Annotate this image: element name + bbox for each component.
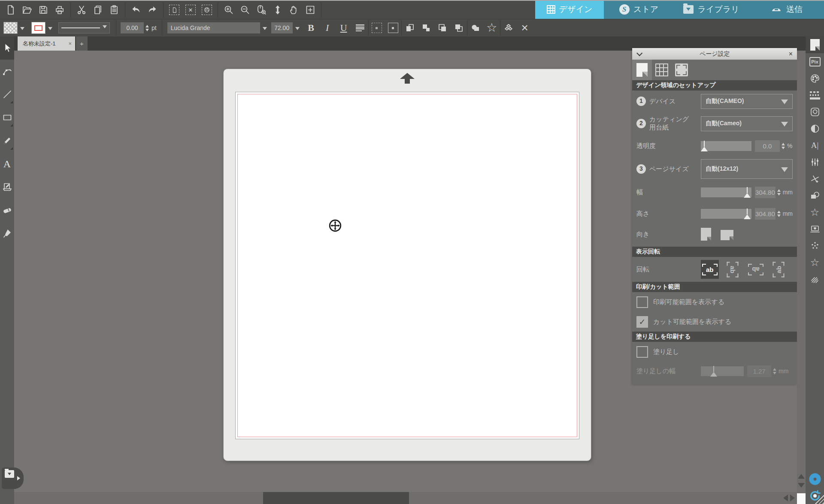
- vertical-scrollbar[interactable]: [797, 51, 806, 493]
- deselect-icon[interactable]: ✕: [182, 2, 199, 18]
- horizontal-scrollbar[interactable]: [14, 492, 781, 504]
- zoom-slider-icon[interactable]: [270, 2, 286, 18]
- landscape-orientation-icon[interactable]: [721, 230, 733, 240]
- select-all-icon[interactable]: [166, 2, 182, 18]
- undo-icon[interactable]: [128, 2, 144, 18]
- opacity-stepper[interactable]: [782, 141, 785, 151]
- open-file-icon[interactable]: [19, 2, 35, 18]
- opacity-slider[interactable]: [701, 141, 751, 151]
- cutting-mat[interactable]: [223, 69, 591, 461]
- portrait-orientation-icon[interactable]: [701, 228, 711, 241]
- bring-to-front-icon[interactable]: [434, 20, 451, 36]
- text-align-button[interactable]: [352, 20, 368, 36]
- draw-pencil-tool[interactable]: [0, 129, 14, 152]
- opacity-value[interactable]: 0.0: [755, 140, 780, 152]
- tab-store[interactable]: S ストア: [604, 0, 674, 19]
- line-style-panel-button[interactable]: [806, 87, 824, 103]
- stamp-tool[interactable]: [0, 175, 14, 199]
- document-tab[interactable]: 名称未設定-1 ×: [18, 36, 75, 51]
- group-objects-icon[interactable]: [500, 20, 517, 36]
- page-setup-panel-button[interactable]: [806, 36, 824, 53]
- text-tool[interactable]: A: [0, 152, 14, 175]
- font-family-select[interactable]: Lucida Grande: [167, 22, 260, 33]
- rotate-0-button[interactable]: ab: [701, 260, 719, 279]
- save-icon[interactable]: [35, 2, 52, 18]
- fill-color-panel-button[interactable]: [806, 70, 824, 87]
- select-tool[interactable]: [0, 36, 14, 60]
- rectangle-tool[interactable]: [0, 106, 14, 129]
- library-tray-button[interactable]: [2, 468, 17, 489]
- modify-panel-button[interactable]: [806, 187, 824, 204]
- send-backward-icon[interactable]: [418, 20, 434, 36]
- trim-panel-button[interactable]: [806, 170, 824, 187]
- line-tool[interactable]: [0, 83, 14, 106]
- rotate-90-button[interactable]: ab: [724, 260, 742, 279]
- pan-hand-icon[interactable]: [286, 2, 302, 18]
- star-effect-panel-button[interactable]: ☆: [806, 254, 824, 271]
- new-document-tab-button[interactable]: +: [76, 36, 88, 51]
- send-to-back-icon[interactable]: [451, 20, 467, 36]
- show-cut-area-checkbox[interactable]: ✓: [636, 316, 648, 328]
- height-slider[interactable]: [701, 209, 751, 219]
- tab-send[interactable]: 送信: [749, 0, 824, 19]
- page-size-select[interactable]: 自動(12x12): [701, 159, 793, 179]
- device-select[interactable]: 自動(CAMEO): [701, 94, 793, 109]
- horizontal-scrollbar-thumb[interactable]: [263, 492, 409, 504]
- offset-panel-button[interactable]: ☆: [806, 204, 824, 220]
- offset-star-icon[interactable]: ☆: [484, 20, 500, 36]
- font-family-dropdown-icon[interactable]: [263, 27, 267, 32]
- zoom-in-icon[interactable]: [221, 2, 237, 18]
- cutting-mat-select[interactable]: 自動(Cameo): [701, 116, 793, 131]
- panel-tab-grid[interactable]: [652, 60, 672, 80]
- knife-tool[interactable]: [0, 222, 14, 245]
- scroll-up-icon[interactable]: [798, 471, 805, 479]
- font-size-dropdown-icon[interactable]: [295, 27, 300, 32]
- redo-icon[interactable]: [144, 2, 161, 18]
- text-style-panel-button[interactable]: A|: [806, 137, 824, 154]
- eraser-tool[interactable]: [0, 199, 14, 222]
- new-document-icon[interactable]: [3, 2, 19, 18]
- point-edit-tool[interactable]: [0, 60, 14, 83]
- send-panel-button[interactable]: [806, 220, 824, 237]
- sketch-panel-button[interactable]: [806, 271, 824, 287]
- height-stepper[interactable]: [777, 209, 781, 219]
- bleed-width-slider[interactable]: [701, 366, 744, 376]
- scroll-down-icon[interactable]: [798, 483, 805, 491]
- italic-button[interactable]: I: [319, 20, 336, 36]
- width-value[interactable]: 304.80: [755, 187, 776, 198]
- fit-to-page-icon[interactable]: [302, 2, 318, 18]
- stroke-width-input[interactable]: 0.00: [121, 22, 144, 33]
- copy-icon[interactable]: [90, 2, 106, 18]
- tab-design[interactable]: デザイン: [535, 0, 604, 19]
- weld-icon[interactable]: [467, 20, 484, 36]
- panel-tab-registration-marks[interactable]: [672, 60, 691, 80]
- tab-library[interactable]: ライブラリ: [674, 0, 749, 19]
- line-style-select[interactable]: [58, 22, 110, 33]
- panel-close-icon[interactable]: ×: [789, 50, 793, 58]
- drag-zoom-icon[interactable]: [253, 2, 270, 18]
- line-color-swatch[interactable]: [31, 22, 45, 34]
- rotate-270-button[interactable]: ab: [770, 260, 788, 279]
- bold-button[interactable]: B: [303, 20, 319, 36]
- rotate-180-button[interactable]: ab: [747, 260, 765, 279]
- paste-icon[interactable]: [106, 2, 122, 18]
- bring-forward-icon[interactable]: [402, 20, 418, 36]
- document-tab-close-icon[interactable]: ×: [68, 40, 72, 47]
- transform-bbox-icon[interactable]: [369, 20, 385, 36]
- fill-pattern-panel-button[interactable]: [806, 103, 824, 120]
- rhinestone-panel-button[interactable]: [806, 237, 824, 254]
- stroke-width-stepper[interactable]: [145, 23, 149, 33]
- pixscan-panel-button[interactable]: Pix: [806, 53, 824, 70]
- line-color-dropdown-icon[interactable]: [48, 27, 52, 32]
- zoom-out-icon[interactable]: [237, 2, 253, 18]
- bleed-width-stepper[interactable]: [773, 366, 776, 376]
- select-by-color-icon[interactable]: [199, 2, 215, 18]
- bleed-width-value[interactable]: 1.27: [747, 365, 771, 377]
- print-icon[interactable]: [52, 2, 68, 18]
- bleed-checkbox[interactable]: [636, 346, 648, 358]
- cut-icon[interactable]: [73, 2, 90, 18]
- settings-gear-button[interactable]: [806, 471, 824, 487]
- font-size-input[interactable]: 72.00: [271, 22, 293, 33]
- scroll-left-icon[interactable]: [780, 495, 788, 501]
- delete-icon[interactable]: ×: [517, 20, 533, 36]
